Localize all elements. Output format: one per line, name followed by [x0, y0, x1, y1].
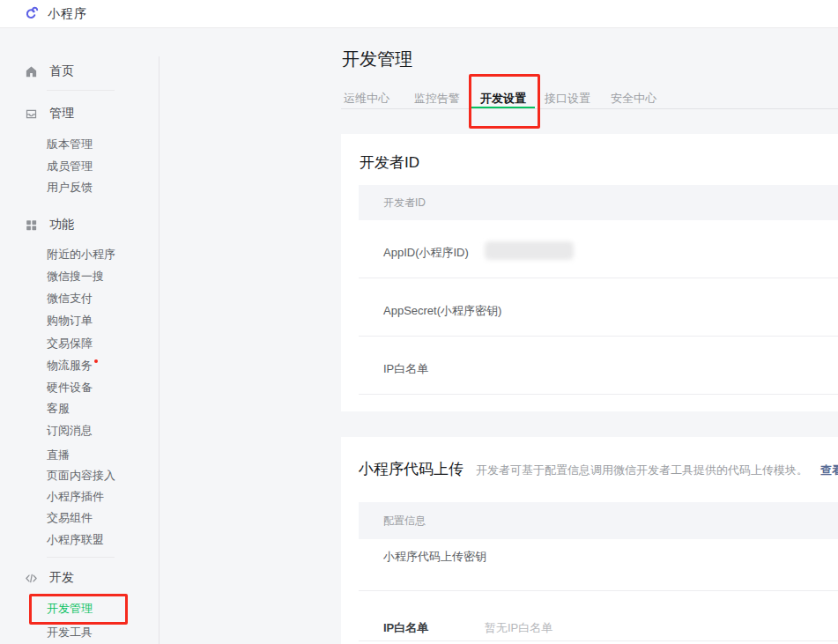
- sidebar-item-live[interactable]: 直播: [47, 448, 70, 463]
- sidebar-item-transaction-components[interactable]: 交易组件: [47, 511, 93, 525]
- row-divider: [359, 394, 838, 395]
- sidebar-item-customer-service[interactable]: 客服: [47, 402, 70, 416]
- ip-whitelist-row-label: IP白名单: [383, 621, 428, 635]
- card-title-row: 小程序代码上传 开发者可基于配置信息调用微信开发者工具提供的代码上传模块。 查看…: [359, 459, 838, 479]
- sidebar-item-wechat-search[interactable]: 微信搜一搜: [47, 270, 104, 284]
- tab-api-settings[interactable]: 接口设置: [545, 91, 590, 107]
- page-title: 开发管理: [342, 48, 412, 70]
- tab-security-center[interactable]: 安全中心: [611, 91, 656, 107]
- code-upload-card: 小程序代码上传 开发者可基于配置信息调用微信开发者工具提供的代码上传模块。 查看…: [341, 437, 838, 644]
- card-title: 小程序代码上传: [359, 459, 463, 479]
- sidebar-item-subscribe-messages[interactable]: 订阅消息: [47, 424, 93, 438]
- sidebar-divider: [47, 557, 115, 558]
- row-divider: [359, 640, 838, 641]
- sidebar-item-user-feedback[interactable]: 用户反馈: [47, 181, 93, 195]
- table-header-label: 配置信息: [383, 514, 426, 529]
- sidebar-item-logistics-service[interactable]: 物流服务: [47, 359, 98, 373]
- appid-redacted-value: [485, 241, 574, 260]
- sidebar-item-transaction-guarantee[interactable]: 交易保障: [47, 337, 93, 351]
- sidebar-item-member-management[interactable]: 成员管理: [47, 159, 93, 174]
- table-header-band: 配置信息: [359, 502, 838, 539]
- tab-operations-center[interactable]: 运维中心: [344, 91, 389, 107]
- inbox-icon: [25, 107, 38, 121]
- annotation-box-dev-settings-tab: [469, 74, 540, 129]
- annotation-box-dev-management-item: [29, 594, 128, 625]
- sidebar-group-label: 管理: [49, 106, 74, 122]
- sidebar-item-page-content-access[interactable]: 页面内容接入: [47, 469, 115, 483]
- tab-monitor-alerts[interactable]: 监控告警: [414, 91, 460, 107]
- sidebar-group-management[interactable]: 管理: [25, 106, 74, 122]
- sidebar-item-nearby-miniprograms[interactable]: 附近的小程序: [47, 248, 115, 262]
- ip-whitelist-row-value: 暂无IP白名单: [485, 621, 552, 635]
- sidebar-item-wechat-pay[interactable]: 微信支付: [47, 292, 93, 306]
- sidebar-item-hardware-devices[interactable]: 硬件设备: [47, 381, 93, 395]
- ip-whitelist-row-label: IP白名单: [383, 362, 428, 376]
- table-header-band: 开发者ID: [359, 185, 838, 220]
- appid-row-label: AppID(小程序ID): [383, 246, 469, 260]
- row-divider: [359, 590, 838, 591]
- sidebar-group-label: 首页: [49, 63, 74, 79]
- sidebar-item-version-management[interactable]: 版本管理: [47, 137, 93, 152]
- sidebar-group-features[interactable]: 功能: [25, 217, 74, 233]
- row-divider: [359, 336, 838, 337]
- row-divider: [359, 278, 838, 278]
- sidebar-group-home[interactable]: 首页: [25, 63, 74, 79]
- appsecret-row-label: AppSecret(小程序密钥): [383, 304, 501, 318]
- upload-key-row-label: 小程序代码上传密钥: [383, 550, 486, 564]
- developer-id-card: 开发者ID 开发者ID AppID(小程序ID) AppSecret(小程序密钥…: [341, 134, 838, 411]
- sidebar-item-miniprogram-union[interactable]: 小程序联盟: [47, 533, 104, 547]
- wechat-miniprogram-console: 小程序 首页 管理 版本管理 成员管理 用户反馈 功: [0, 0, 838, 644]
- card-title: 开发者ID: [360, 152, 419, 173]
- sidebar-item-miniprogram-plugins[interactable]: 小程序插件: [47, 490, 104, 504]
- sidebar-group-label: 开发: [49, 570, 74, 586]
- miniprogram-logo-icon: [24, 6, 40, 22]
- sidebar-group-development[interactable]: 开发: [25, 570, 74, 586]
- top-bar: 小程序: [0, 0, 838, 28]
- new-badge-dot: [94, 359, 98, 363]
- sidebar-item-label: 物流服务: [47, 359, 93, 372]
- sidebar-item-shopping-orders[interactable]: 购物订单: [47, 314, 93, 328]
- miniprogram-logo[interactable]: 小程序: [24, 6, 87, 22]
- sidebar-item-development-tools[interactable]: 开发工具: [47, 625, 93, 640]
- sidebar-content-divider: [159, 56, 159, 644]
- home-icon: [25, 65, 38, 78]
- table-header-label: 开发者ID: [383, 196, 426, 211]
- logo-label: 小程序: [48, 6, 87, 22]
- code-icon: [25, 572, 38, 585]
- card-description: 开发者可基于配置信息调用微信开发者工具提供的代码上传模块。: [476, 463, 808, 478]
- view-details-link[interactable]: 查看详情: [820, 463, 838, 478]
- tabs-bottom-border: [341, 108, 838, 109]
- sidebar-divider: [47, 90, 115, 91]
- sidebar-group-label: 功能: [49, 217, 74, 233]
- grid-icon: [25, 218, 38, 232]
